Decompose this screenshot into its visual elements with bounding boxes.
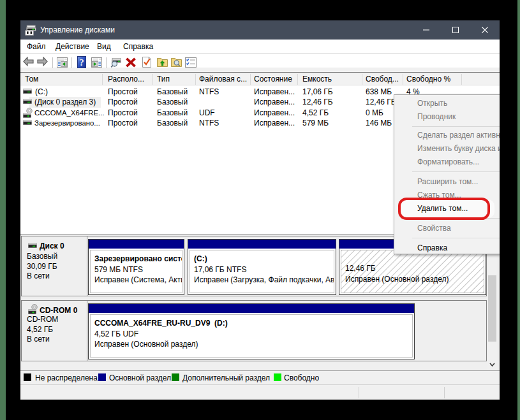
svg-text:?: ? (79, 57, 84, 68)
